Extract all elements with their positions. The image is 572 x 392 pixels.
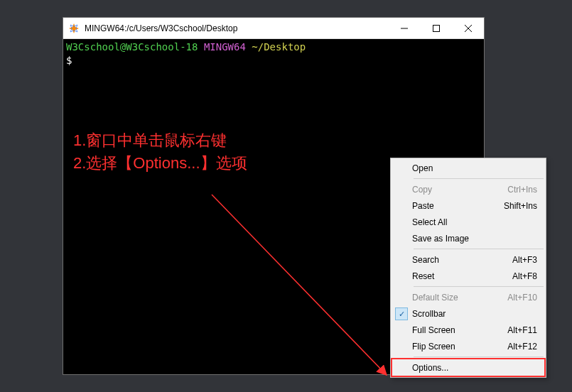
check-icon: ✓ xyxy=(395,307,408,320)
app-icon xyxy=(63,18,85,39)
menu-flip-screen[interactable]: Flip Screen Alt+F12 xyxy=(392,338,544,354)
menu-label: Save as Image xyxy=(412,234,469,244)
menu-hotkey: Alt+F10 xyxy=(507,293,537,303)
context-menu: Open Copy Ctrl+Ins Paste Shift+Ins Selec… xyxy=(390,158,546,378)
menu-label: Flip Screen xyxy=(412,342,455,352)
terminal-user: W3Cschool@W3Cschool-18 xyxy=(66,41,198,53)
menu-hotkey: Alt+F3 xyxy=(512,255,537,265)
terminal-path: ~/Desktop xyxy=(252,41,306,53)
menu-label: Full Screen xyxy=(412,325,455,335)
menu-label: Paste xyxy=(412,201,434,211)
close-button[interactable] xyxy=(452,18,484,38)
menu-label: Default Size xyxy=(412,293,458,303)
annotation-line-1: 1.窗口中单击鼠标右键 xyxy=(73,129,247,152)
menu-hotkey: Alt+F11 xyxy=(507,325,537,335)
menu-separator xyxy=(414,249,544,249)
menu-reset[interactable]: Reset Alt+F8 xyxy=(392,268,544,284)
menu-search[interactable]: Search Alt+F3 xyxy=(392,251,544,268)
menu-label: Search xyxy=(412,255,439,265)
menu-scrollbar[interactable]: ✓ Scrollbar xyxy=(392,305,544,322)
menu-hotkey: Ctrl+Ins xyxy=(507,185,537,195)
menu-label: Reset xyxy=(412,271,434,281)
terminal-prompt-line: W3Cschool@W3Cschool-18 MINGW64 ~/Desktop xyxy=(66,40,481,54)
menu-select-all[interactable]: Select All xyxy=(392,214,544,230)
svg-rect-3 xyxy=(433,25,439,31)
menu-label: Scrollbar xyxy=(412,309,446,319)
menu-hotkey: Alt+F8 xyxy=(512,271,537,281)
terminal-host: MINGW64 xyxy=(204,41,246,53)
menu-options[interactable]: Options... xyxy=(392,359,544,376)
terminal-cursor-line: $ xyxy=(66,54,481,67)
menu-label: Open xyxy=(412,163,433,173)
menu-separator xyxy=(414,286,544,287)
menu-hotkey: Alt+F12 xyxy=(507,342,537,352)
menu-paste[interactable]: Paste Shift+Ins xyxy=(392,197,544,214)
menu-label: Select All xyxy=(412,217,447,227)
menu-separator xyxy=(414,178,544,179)
maximize-button[interactable] xyxy=(420,18,452,38)
window-title: MINGW64:/c/Users/W3Cschool/Desktop xyxy=(85,23,388,33)
menu-open[interactable]: Open xyxy=(392,160,544,176)
menu-label: Options... xyxy=(412,363,448,373)
menu-full-screen[interactable]: Full Screen Alt+F11 xyxy=(392,322,544,338)
menu-hotkey: Shift+Ins xyxy=(504,201,537,211)
menu-save-as-image[interactable]: Save as Image xyxy=(392,230,544,246)
menu-separator xyxy=(414,356,544,357)
minimize-button[interactable] xyxy=(388,18,420,38)
annotation-line-2: 2.选择【Options...】选项 xyxy=(73,152,247,175)
titlebar[interactable]: MINGW64:/c/Users/W3Cschool/Desktop xyxy=(63,18,484,39)
menu-copy[interactable]: Copy Ctrl+Ins xyxy=(392,181,544,197)
annotation-text: 1.窗口中单击鼠标右键 2.选择【Options...】选项 xyxy=(73,129,247,175)
menu-default-size[interactable]: Default Size Alt+F10 xyxy=(392,289,544,305)
menu-label: Copy xyxy=(412,185,432,195)
